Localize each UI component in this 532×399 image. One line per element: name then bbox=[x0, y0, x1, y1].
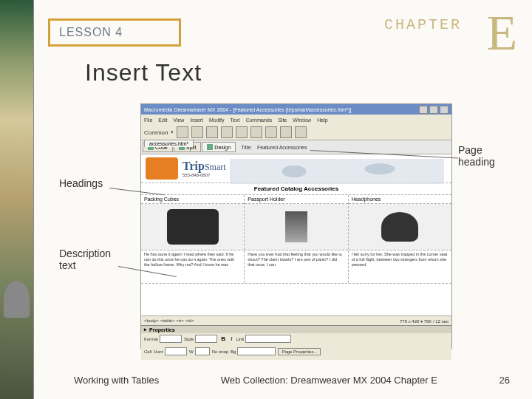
menu-site[interactable]: Site bbox=[278, 117, 287, 123]
chapter-word: CHAPTER bbox=[384, 16, 462, 33]
maximize-icon[interactable] bbox=[429, 106, 438, 114]
product-column: Passport Holder Have you ever had that f… bbox=[245, 195, 348, 283]
close-icon[interactable] bbox=[440, 106, 449, 114]
horz-label: Horz bbox=[154, 349, 163, 354]
bg-label: Bg bbox=[231, 349, 236, 354]
product-heading: Passport Holder bbox=[245, 195, 347, 204]
nowrap-label: No wrap bbox=[212, 349, 228, 354]
italic-button[interactable]: I bbox=[229, 335, 233, 342]
w-input[interactable] bbox=[195, 347, 210, 355]
menu-bar: File Edit View Insert Modify Text Comman… bbox=[141, 115, 451, 125]
product-description: Have you ever had that feeling that you … bbox=[245, 250, 347, 283]
properties-header[interactable]: Properties bbox=[141, 326, 451, 333]
menu-modify[interactable]: Modify bbox=[209, 117, 225, 123]
toolbar-icon[interactable] bbox=[191, 126, 203, 138]
menu-commands[interactable]: Commands bbox=[245, 117, 272, 123]
w-label: W bbox=[189, 349, 194, 354]
toolbar-icon[interactable] bbox=[295, 126, 307, 138]
dreamweaver-screenshot: Macromedia Dreamweaver MX 2004 - [Featur… bbox=[140, 103, 452, 349]
product-column: Packing Cubes He has done it again! I re… bbox=[141, 195, 245, 283]
product-column: Headphones I felt sorry for her. She was… bbox=[349, 195, 451, 283]
product-image bbox=[285, 211, 307, 242]
format-label: Format bbox=[144, 337, 158, 341]
style-label: Style bbox=[184, 337, 194, 341]
product-description: He has done it again! I read where they … bbox=[141, 250, 244, 283]
lesson-label: LESSON 4 bbox=[59, 26, 123, 39]
link-label: Link bbox=[236, 337, 244, 341]
properties-panel: Properties Format Style B I Link Cell Ho… bbox=[141, 325, 451, 360]
bg-input[interactable] bbox=[237, 347, 276, 355]
toolbar-icon[interactable] bbox=[250, 126, 262, 138]
document-tab[interactable]: accessories.htm* bbox=[144, 140, 194, 147]
tag-selector[interactable]: <body> <table> <tr> <td> bbox=[144, 318, 194, 323]
map-background bbox=[230, 159, 444, 184]
footer: Working with Tables Web Collection: Drea… bbox=[0, 375, 532, 386]
logo-image bbox=[146, 157, 178, 180]
status-bar: <body> <table> <tr> <td> 779 x 420 ▾ 79K… bbox=[141, 316, 451, 325]
product-image bbox=[167, 209, 219, 245]
design-canvas[interactable]: TripSmart 555-848-0807 Featured Catalog … bbox=[141, 154, 451, 316]
menu-file[interactable]: File bbox=[144, 117, 152, 123]
toolbar-icon[interactable] bbox=[265, 126, 277, 138]
toolbar-icon[interactable] bbox=[177, 126, 188, 138]
chapter-letter: E bbox=[486, 4, 517, 62]
menu-insert[interactable]: Insert bbox=[190, 117, 203, 123]
horz-select[interactable] bbox=[165, 347, 187, 355]
brand-word-2: Smart bbox=[205, 162, 226, 172]
page-properties-button[interactable]: Page Properties... bbox=[278, 348, 321, 355]
product-image bbox=[381, 212, 418, 242]
product-image-cell bbox=[349, 204, 451, 250]
footer-page-number: 26 bbox=[499, 375, 510, 386]
menu-edit[interactable]: Edit bbox=[158, 117, 167, 123]
callout-headings: Headings bbox=[59, 177, 103, 189]
page-title: Insert Text bbox=[85, 59, 202, 86]
toolbar-category-label[interactable]: Common bbox=[144, 129, 168, 136]
window-titlebar: Macromedia Dreamweaver MX 2004 - [Featur… bbox=[141, 104, 451, 115]
lesson-badge: LESSON 4 bbox=[48, 18, 181, 47]
title-label: Title: bbox=[241, 145, 252, 150]
format-select[interactable] bbox=[160, 335, 182, 343]
brand-word-1: Trip bbox=[183, 160, 205, 172]
menu-text[interactable]: Text bbox=[231, 117, 240, 123]
toolbar-icon[interactable] bbox=[280, 126, 292, 138]
product-description: I felt sorry for her. She was trapped in… bbox=[349, 250, 451, 283]
product-heading: Packing Cubes bbox=[141, 195, 244, 204]
style-select[interactable] bbox=[195, 335, 217, 343]
product-image-cell bbox=[141, 204, 244, 250]
insert-toolbar: Common ▾ bbox=[141, 125, 451, 140]
menu-view[interactable]: View bbox=[173, 117, 184, 123]
toolbar-icon[interactable] bbox=[221, 126, 233, 138]
menu-help[interactable]: Help bbox=[317, 117, 327, 123]
window-size-info[interactable]: 779 x 420 ▾ 79K / 12 sec bbox=[400, 318, 449, 324]
link-input[interactable] bbox=[245, 335, 291, 343]
footer-left: Working with Tables bbox=[74, 375, 159, 386]
callout-description: Description text bbox=[59, 248, 126, 271]
toolbar-icon[interactable] bbox=[206, 126, 218, 138]
bold-button[interactable]: B bbox=[219, 335, 227, 342]
callout-page-heading: Page heading bbox=[458, 144, 510, 168]
decorative-left-strip bbox=[0, 0, 34, 399]
phone-number: 555-848-0807 bbox=[183, 173, 226, 177]
product-heading: Headphones bbox=[349, 195, 451, 204]
view-design-button[interactable]: Design bbox=[202, 142, 236, 152]
toolbar-icon[interactable] bbox=[236, 126, 248, 138]
minimize-icon[interactable] bbox=[419, 106, 428, 114]
title-value[interactable]: Featured Accessories bbox=[257, 145, 307, 150]
menu-window[interactable]: Window bbox=[293, 117, 311, 123]
product-image-cell bbox=[245, 204, 347, 250]
design-icon bbox=[207, 144, 213, 150]
footer-center: Web Collection: Dreamweaver MX 2004 Chap… bbox=[221, 375, 437, 386]
cell-label: Cell bbox=[144, 349, 151, 354]
chevron-down-icon[interactable]: ▾ bbox=[171, 129, 174, 135]
window-title: Macromedia Dreamweaver MX 2004 - [Featur… bbox=[144, 107, 351, 112]
product-table: Packing Cubes He has done it again! I re… bbox=[141, 195, 451, 284]
catalog-heading: Featured Catalog Accessories bbox=[141, 183, 451, 195]
